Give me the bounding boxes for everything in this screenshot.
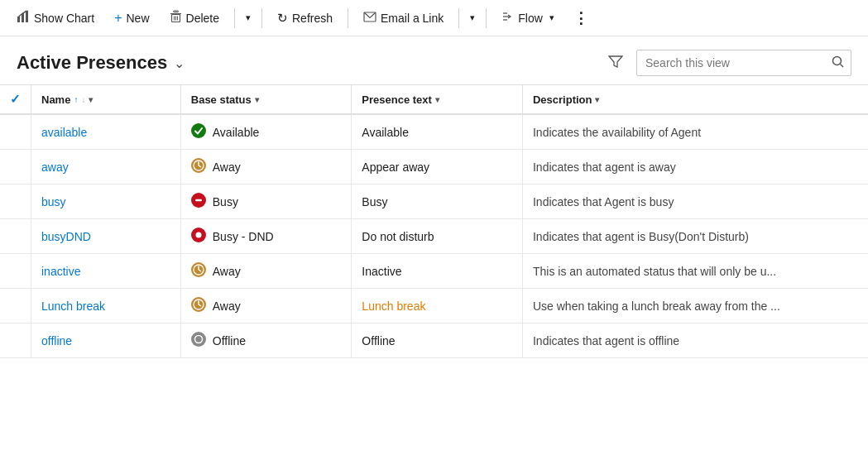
row-presence-text-cell: Appear away — [352, 150, 523, 184]
row-checkbox-cell — [0, 289, 31, 323]
row-description-cell: Indicates that agent is Busy(Don't Distu… — [522, 219, 868, 254]
row-name-cell: busyDND — [31, 219, 181, 254]
row-description-cell: Indicates the availability of Agent — [522, 114, 868, 150]
col-description-label: Description — [533, 93, 592, 106]
svg-point-34 — [191, 332, 206, 347]
name-link[interactable]: away — [41, 161, 69, 174]
description-col-chevron-icon: ▾ — [595, 95, 599, 104]
row-base-status-cell: Offline — [180, 323, 352, 358]
separator-1 — [234, 8, 235, 28]
row-name-cell: busy — [31, 184, 181, 219]
svg-marker-14 — [609, 56, 622, 67]
status-dot-icon — [191, 228, 206, 245]
header-checkmark-icon: ✓ — [10, 92, 21, 107]
more-options-button[interactable]: ⋮ — [568, 5, 594, 31]
status-dot-icon — [191, 123, 206, 141]
col-header-base-status[interactable]: Base status ▾ — [180, 85, 352, 115]
row-base-status-cell: Away — [180, 254, 352, 289]
separator-3 — [348, 8, 348, 28]
email-link-label: Email a Link — [381, 12, 444, 25]
name-link[interactable]: available — [41, 126, 87, 139]
view-title-chevron-icon[interactable]: ⌄ — [174, 55, 185, 71]
status-dot-icon — [191, 262, 206, 280]
row-name-cell: away — [31, 150, 181, 184]
flow-chevron-icon: ▾ — [549, 12, 554, 23]
status-label: Busy — [213, 195, 238, 208]
status-dot-icon — [191, 332, 206, 349]
row-checkbox-cell — [0, 150, 31, 184]
row-checkbox-cell — [0, 254, 31, 289]
status-label: Away — [213, 161, 241, 174]
delete-icon — [170, 10, 182, 26]
col-header-description[interactable]: Description ▾ — [522, 85, 868, 115]
delete-chevron[interactable]: ▾ — [242, 8, 255, 27]
filter-button[interactable] — [603, 51, 628, 74]
more-icon: ⋮ — [573, 9, 588, 27]
view-actions — [603, 50, 851, 76]
row-base-status-cell: Busy - DND — [180, 219, 352, 254]
email-link-button[interactable]: Email a Link — [355, 7, 452, 29]
view-header: Active Presences ⌄ — [0, 36, 868, 84]
sort-desc-icon: ↓ — [81, 95, 85, 104]
status-dot-icon — [191, 193, 206, 210]
status-label: Offline — [213, 334, 246, 347]
new-label: New — [127, 12, 150, 25]
col-header-presence-text[interactable]: Presence text ▾ — [352, 85, 523, 115]
svg-point-25 — [195, 232, 201, 238]
name-link[interactable]: offline — [41, 334, 72, 347]
search-input[interactable] — [637, 52, 825, 74]
table-row: busyDNDBusy - DNDDo not disturbIndicates… — [0, 219, 868, 254]
table-row: Lunch break AwayLunch breakUse when taki… — [0, 289, 868, 323]
presence-text-col-chevron-icon: ▾ — [435, 95, 439, 104]
name-link[interactable]: inactive — [41, 265, 80, 278]
row-presence-text-cell: Offline — [352, 323, 523, 358]
svg-line-16 — [841, 65, 844, 68]
row-presence-text-cell: Busy — [352, 184, 523, 219]
search-box — [636, 50, 851, 76]
flow-icon — [501, 11, 514, 25]
new-icon: + — [114, 11, 122, 26]
table-body: availableAvailableAvailableIndicates the… — [0, 114, 868, 358]
delete-label: Delete — [186, 12, 219, 25]
row-description-cell: Indicates that agent is offline — [522, 323, 868, 358]
search-button[interactable] — [825, 51, 851, 74]
row-base-status-cell: Busy — [180, 184, 352, 219]
flow-label: Flow — [518, 12, 543, 25]
base-status-col-chevron-icon: ▾ — [255, 95, 259, 104]
refresh-button[interactable]: ↻ Refresh — [269, 7, 341, 30]
row-checkbox-cell — [0, 114, 31, 150]
flow-button[interactable]: Flow ▾ — [493, 7, 563, 29]
table-row: busyBusyBusyIndicates that Agent is busy — [0, 184, 868, 219]
show-chart-button[interactable]: Show Chart — [8, 6, 103, 30]
email-icon — [363, 11, 376, 25]
row-presence-text-cell: Lunch break — [352, 289, 523, 323]
svg-point-15 — [833, 57, 842, 65]
sort-asc-icon: ↑ — [74, 95, 78, 104]
svg-rect-23 — [195, 199, 202, 201]
row-name-cell: offline — [31, 323, 181, 358]
delete-button[interactable]: Delete — [161, 6, 228, 30]
col-header-name[interactable]: Name ↑ ↓ ▾ — [31, 85, 181, 115]
status-dot-icon — [191, 297, 206, 314]
refresh-label: Refresh — [292, 12, 333, 25]
new-button[interactable]: + New — [106, 7, 157, 30]
status-label: Away — [213, 299, 241, 313]
email-chevron[interactable]: ▾ — [466, 8, 479, 27]
row-base-status-cell: Away — [180, 289, 352, 323]
chevron-down-icon-2: ▾ — [470, 12, 475, 23]
separator-4 — [458, 8, 459, 28]
col-name-label: Name — [41, 93, 70, 106]
name-link[interactable]: busy — [41, 195, 66, 208]
col-presence-text-label: Presence text — [362, 93, 432, 106]
table-header-row: ✓ Name ↑ ↓ ▾ Base status ▾ — [0, 85, 868, 115]
row-checkbox-cell — [0, 219, 31, 254]
row-description-cell: Indicates that agent is away — [522, 150, 868, 184]
svg-rect-5 — [173, 11, 178, 12]
svg-point-17 — [191, 123, 206, 138]
name-link[interactable]: Lunch break — [41, 299, 105, 313]
row-name-cell: available — [31, 114, 181, 150]
name-link[interactable]: busyDND — [41, 230, 91, 243]
table-row: availableAvailableAvailableIndicates the… — [0, 114, 868, 150]
row-description-cell: This is an automated status that will on… — [522, 254, 868, 289]
refresh-icon: ↻ — [277, 11, 288, 26]
